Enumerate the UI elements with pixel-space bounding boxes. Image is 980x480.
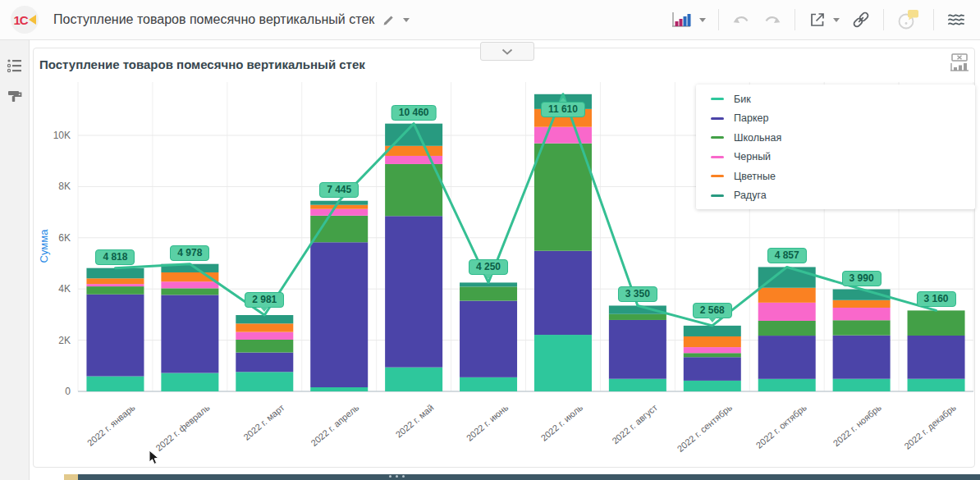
style-button[interactable] bbox=[0, 84, 29, 110]
splitter-handle[interactable] bbox=[389, 474, 405, 478]
bar-segment[interactable] bbox=[460, 301, 517, 377]
bar-segment[interactable] bbox=[908, 379, 965, 391]
bar-segment[interactable] bbox=[908, 336, 965, 379]
bar-segment[interactable] bbox=[758, 288, 816, 303]
app-logo[interactable]: 1С bbox=[11, 6, 39, 34]
bar-segment[interactable] bbox=[908, 310, 965, 336]
bar-segment[interactable] bbox=[86, 286, 144, 295]
bar-segment[interactable] bbox=[385, 146, 442, 156]
legend-swatch bbox=[711, 117, 724, 120]
bar-segment[interactable] bbox=[385, 368, 442, 391]
bar-segment[interactable] bbox=[833, 336, 891, 379]
x-tick-label: 2022 г. июль bbox=[539, 402, 585, 443]
bar-segment[interactable] bbox=[161, 288, 218, 295]
legend-item[interactable]: Черный bbox=[696, 148, 975, 167]
bar-segment[interactable] bbox=[236, 353, 293, 373]
chart-type-caret bbox=[699, 18, 706, 22]
x-tick-label: 2022 г. май bbox=[394, 402, 436, 439]
feedback-button[interactable] bbox=[891, 7, 927, 33]
bar-segment[interactable] bbox=[310, 216, 368, 242]
bar-segment[interactable] bbox=[833, 308, 891, 320]
legend-item[interactable]: Радуга bbox=[696, 186, 975, 206]
collapse-panel-button[interactable] bbox=[480, 42, 534, 61]
bar-segment[interactable] bbox=[609, 314, 666, 320]
bar-segment[interactable] bbox=[534, 127, 592, 144]
x-tick-label: 2022 г. июнь bbox=[465, 402, 511, 443]
bar-segment[interactable] bbox=[684, 347, 741, 353]
redo-button[interactable] bbox=[757, 7, 788, 33]
toolbar bbox=[665, 0, 972, 39]
legend-label: Цветные bbox=[734, 171, 776, 182]
legend-swatch bbox=[711, 156, 724, 158]
bar-segment[interactable] bbox=[684, 357, 741, 381]
link-button[interactable] bbox=[845, 7, 877, 33]
left-sidebar bbox=[0, 39, 30, 480]
bar-segment[interactable] bbox=[236, 315, 293, 323]
undo-button[interactable] bbox=[726, 7, 757, 33]
bar-segment[interactable] bbox=[833, 379, 891, 391]
bar-segment[interactable] bbox=[534, 335, 592, 391]
bar-segment[interactable] bbox=[385, 164, 442, 216]
legend-item[interactable]: Школьная bbox=[696, 128, 975, 148]
bar-segment[interactable] bbox=[86, 268, 144, 279]
bar-segment[interactable] bbox=[684, 381, 741, 391]
legend-item[interactable]: Бик bbox=[696, 89, 975, 109]
bar-segment[interactable] bbox=[684, 326, 741, 336]
title-dropdown-caret[interactable] bbox=[403, 18, 410, 22]
bar-segment[interactable] bbox=[460, 377, 517, 391]
bar-segment[interactable] bbox=[161, 281, 218, 288]
bar-segment[interactable] bbox=[86, 278, 144, 284]
bar-segment[interactable] bbox=[86, 295, 144, 377]
bar-segment[interactable] bbox=[758, 336, 816, 379]
bar-segment[interactable] bbox=[758, 321, 816, 336]
bar-segment[interactable] bbox=[758, 303, 816, 321]
bar-segment[interactable] bbox=[534, 144, 592, 251]
bar-segment[interactable] bbox=[833, 300, 891, 308]
y-tick-label: 0 bbox=[65, 386, 71, 397]
bar-segment[interactable] bbox=[161, 295, 218, 373]
legend-label: Бик bbox=[734, 94, 751, 105]
bar-segment[interactable] bbox=[310, 209, 368, 216]
bar-segment[interactable] bbox=[236, 323, 293, 331]
bar-segment[interactable] bbox=[534, 109, 592, 127]
bar-segment[interactable] bbox=[758, 267, 816, 287]
bar-segment[interactable] bbox=[385, 124, 442, 146]
bottom-table-chip bbox=[64, 474, 78, 480]
bar-segment[interactable] bbox=[86, 284, 144, 286]
bar-segment[interactable] bbox=[534, 251, 592, 335]
export-button[interactable] bbox=[802, 7, 845, 33]
bar-segment[interactable] bbox=[310, 205, 368, 209]
bar-segment[interactable] bbox=[833, 320, 891, 335]
edit-title-button[interactable] bbox=[382, 13, 396, 26]
bar-segment[interactable] bbox=[161, 373, 218, 391]
chart-canvas[interactable]: 02K4K6K8K10K2022 г. январь2022 г. феврал… bbox=[0, 0, 980, 480]
menu-button[interactable] bbox=[941, 7, 972, 33]
bar-segment[interactable] bbox=[609, 320, 666, 379]
bar-segment[interactable] bbox=[385, 156, 442, 164]
bar-segment[interactable] bbox=[236, 340, 293, 353]
x-tick-label: 2022 г. ноябрь bbox=[831, 402, 884, 448]
legend-item[interactable]: Паркер bbox=[696, 109, 975, 129]
chart-title: Поступление товаров помесячно вертикальн… bbox=[39, 57, 365, 71]
legend-item[interactable]: Цветные bbox=[696, 167, 975, 186]
x-tick-label: 2022 г. декабрь bbox=[902, 402, 958, 451]
hide-chart-settings-button[interactable] bbox=[946, 51, 973, 74]
legend-label: Радуга bbox=[734, 190, 767, 201]
bottom-panel-edge[interactable] bbox=[78, 474, 980, 480]
toolbar-separator bbox=[795, 9, 795, 30]
fields-list-button[interactable] bbox=[0, 53, 29, 79]
bar-segment[interactable] bbox=[684, 353, 741, 357]
bar-segment[interactable] bbox=[684, 336, 741, 347]
bar-segment[interactable] bbox=[236, 332, 293, 340]
bar-segment[interactable] bbox=[236, 372, 293, 391]
bar-segment[interactable] bbox=[310, 242, 368, 387]
bar-segment[interactable] bbox=[385, 216, 442, 367]
list-icon bbox=[7, 58, 23, 73]
bar-segment[interactable] bbox=[758, 379, 816, 391]
bar-segment[interactable] bbox=[86, 377, 144, 391]
link-icon bbox=[851, 10, 871, 30]
chart-type-button[interactable] bbox=[665, 7, 712, 33]
bar-segment[interactable] bbox=[609, 379, 666, 391]
bar-segment[interactable] bbox=[460, 286, 517, 300]
bar-segment[interactable] bbox=[310, 387, 368, 391]
